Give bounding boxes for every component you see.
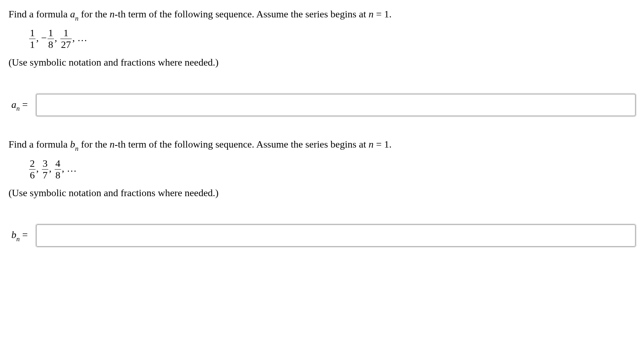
q1-answer-input[interactable]	[36, 94, 635, 116]
text: = 1.	[373, 9, 392, 20]
fraction: 3 7	[42, 159, 48, 180]
q2-hint: (Use symbolic notation and fractions whe…	[9, 186, 635, 200]
n-italic: n	[110, 9, 115, 20]
numerator: 3	[42, 159, 48, 169]
separator: ,	[49, 163, 54, 174]
denominator: 6	[29, 169, 36, 180]
q2-sequence: 2 6 , 3 7 , 4 8 , …	[28, 159, 635, 180]
q1-answer-label: an =	[11, 98, 28, 113]
n-italic: n	[369, 139, 373, 150]
fraction: 4 8	[55, 159, 61, 180]
fraction: 2 6	[29, 159, 36, 180]
fraction: 1 27	[60, 28, 72, 50]
separator: ,	[36, 163, 41, 174]
n-italic: n	[369, 9, 373, 20]
ellipsis: , …	[72, 32, 87, 43]
denominator: 8	[55, 169, 61, 180]
var-a: a	[70, 9, 75, 20]
numerator: 2	[29, 159, 36, 169]
ellipsis: , …	[62, 163, 77, 174]
text: -th term of the following sequence. Assu…	[115, 139, 369, 150]
label-var: a	[11, 99, 16, 110]
var-a-sub: n	[75, 15, 78, 22]
denominator: 7	[42, 169, 48, 180]
text: Find a formula	[9, 9, 70, 20]
q1-answer-row: an =	[9, 94, 635, 116]
separator: ,	[36, 32, 41, 43]
label-eq: =	[20, 99, 28, 110]
separator: ,	[55, 32, 60, 43]
label-sub: n	[16, 105, 20, 112]
label-sub: n	[16, 235, 20, 243]
label-var: b	[11, 229, 16, 240]
numerator: 1	[48, 28, 54, 39]
text: for the	[78, 139, 110, 150]
q1-prompt: Find a formula an for the n-th term of t…	[9, 7, 635, 22]
q1-sequence: 1 1 , − 1 8 , 1 27 , …	[28, 28, 635, 50]
fraction: 1 8	[48, 28, 54, 50]
denominator: 8	[48, 39, 54, 50]
q2-answer-label: bn =	[11, 228, 28, 243]
q2-answer-row: bn =	[9, 225, 635, 247]
fraction: 1 1	[29, 28, 36, 50]
text: -th term of the following sequence. Assu…	[115, 9, 369, 20]
label-eq: =	[20, 229, 28, 240]
text: Find a formula	[9, 139, 70, 150]
text: = 1.	[373, 139, 392, 150]
numerator: 1	[29, 28, 36, 39]
q2-answer-input[interactable]	[36, 225, 635, 247]
minus-sign: −	[41, 32, 47, 43]
q1-hint: (Use symbolic notation and fractions whe…	[9, 55, 635, 69]
q2-prompt: Find a formula bn for the n-th term of t…	[9, 137, 635, 153]
n-italic: n	[110, 139, 115, 150]
var-b-sub: n	[75, 145, 78, 152]
text: for the	[78, 9, 110, 20]
numerator: 1	[60, 28, 72, 39]
denominator: 1	[29, 39, 36, 50]
denominator: 27	[60, 39, 72, 50]
numerator: 4	[55, 159, 61, 169]
var-b: b	[70, 139, 75, 150]
